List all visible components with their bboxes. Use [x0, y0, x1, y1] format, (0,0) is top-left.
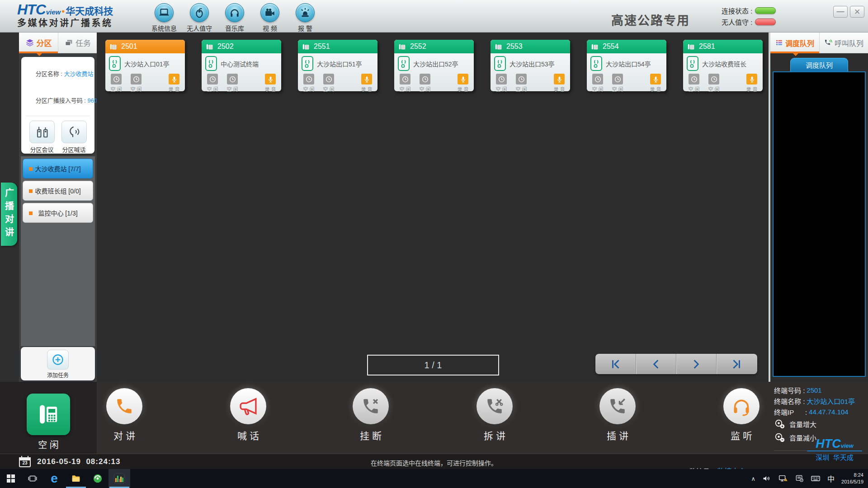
- microphone-icon: [361, 74, 372, 84]
- minimize-button[interactable]: —: [833, 6, 848, 18]
- intercom-app-taskbar-button[interactable]: [108, 469, 130, 488]
- connection-state-indicator: [755, 7, 776, 14]
- terminal-header: 2553: [491, 40, 570, 53]
- talk-button[interactable]: 对 讲: [88, 388, 160, 442]
- system-info-button[interactable]: 系统信息: [146, 2, 182, 33]
- group-item-dasha-toll[interactable]: 大沙收费站 [7/7]: [23, 159, 93, 178]
- split-call-button[interactable]: 拆 讲: [458, 388, 531, 442]
- broadcast-intercom-vertical-tab[interactable]: 广播对讲: [1, 183, 17, 246]
- terminal-ip-value: 44.47.74.104: [809, 408, 849, 416]
- group-item-monitor-center[interactable]: 监控中心 [1/3]: [23, 203, 93, 223]
- volume-up-button[interactable]: 音量增大: [774, 417, 867, 431]
- clock-icon: [131, 74, 142, 84]
- tray-chevron-icon[interactable]: ∧: [751, 475, 756, 482]
- tab-dispatch-queue[interactable]: 调度队列: [770, 33, 819, 53]
- line-state-button[interactable]: [27, 394, 70, 435]
- group-item-toll-leader[interactable]: 收费班长组 [0/0]: [23, 181, 93, 201]
- phone-icon: [495, 43, 502, 51]
- add-task-button[interactable]: 添加任务: [21, 347, 95, 380]
- intercom-icon: [494, 56, 506, 71]
- terminal-name-label: 终端名称 :: [774, 396, 805, 406]
- alarm-icon: [296, 3, 315, 22]
- monitor-listen-button[interactable]: 监 听: [705, 388, 778, 442]
- unattended-state-indicator: [755, 19, 776, 25]
- terminal-card[interactable]: 2501 大沙站入口01亭 空 闲 空 闲 录 音: [105, 40, 185, 91]
- terminal-card[interactable]: 2551 大沙站出口51亭 空 闲 空 闲 录 音: [298, 40, 377, 91]
- terminal-card[interactable]: 2554 大沙站出口54亭 空 闲 空 闲 录 音: [587, 40, 666, 91]
- intercom-app-icon: [114, 473, 125, 484]
- desk-phone-icon: [37, 403, 60, 426]
- file-explorer-button[interactable]: [65, 469, 87, 488]
- group-list: 大沙收费站 [7/7] 收费班长组 [0/0] 监控中心 [1/3]: [21, 156, 95, 346]
- barge-in-button[interactable]: 插 讲: [581, 388, 654, 442]
- line-state-section: 空 闲: [0, 382, 97, 454]
- terminal-card[interactable]: 2553 大沙站出口53亭 空 闲 空 闲 录 音: [491, 40, 570, 91]
- clock-icon: [323, 74, 334, 84]
- start-button[interactable]: [0, 469, 22, 488]
- computer-icon: [155, 3, 174, 22]
- pagination-nav: [595, 354, 757, 374]
- edition-label: 高速公路专用: [611, 11, 690, 28]
- chevron-left-icon: [650, 358, 662, 370]
- browser-360-button[interactable]: [87, 469, 108, 488]
- connection-state-label: 连接状态 :: [722, 6, 752, 15]
- headphone-icon: [225, 3, 244, 22]
- zone-name-label: 分区名称 :: [36, 70, 64, 77]
- close-button[interactable]: ✕: [850, 6, 864, 18]
- next-page-button[interactable]: [676, 354, 716, 374]
- zone-name-value[interactable]: 大沙收费站: [64, 70, 94, 77]
- handset-icon: [106, 388, 142, 424]
- phone-signal-icon: [824, 39, 832, 47]
- hangup-button[interactable]: 挂 断: [335, 388, 407, 442]
- terminal-card[interactable]: 2502 中心测试终端 空 闲 空 闲 录 音: [202, 40, 281, 91]
- zone-conference-button[interactable]: 分区会议: [26, 121, 58, 154]
- intercom-icon: [590, 56, 602, 71]
- network-warning-icon[interactable]: [778, 474, 788, 483]
- shout-button[interactable]: 喊 话: [212, 388, 284, 442]
- unattended-button[interactable]: 无人值守: [182, 2, 217, 33]
- terminal-header: 2502: [202, 40, 281, 53]
- tab-tasks[interactable]: 任务: [58, 33, 97, 53]
- microphone-icon: [650, 74, 661, 84]
- terminal-ip-label: 终端IP :: [774, 407, 807, 417]
- prev-page-button[interactable]: [636, 354, 676, 374]
- logo-htc-text: HTC: [17, 2, 46, 17]
- terminal-card[interactable]: 2581 大沙站收费班长 空 闲 空 闲 录 音: [683, 40, 763, 91]
- first-page-button[interactable]: [595, 354, 636, 374]
- clock-icon: [227, 74, 238, 84]
- action-center-icon[interactable]: [795, 474, 804, 483]
- app-logo: HTC view • 华天成科技 多媒体对讲广播系统: [17, 2, 113, 28]
- alarm-button[interactable]: 报 警: [288, 2, 323, 33]
- clock-icon: [689, 74, 699, 84]
- intercom-icon: [205, 56, 217, 71]
- unattended-state-label: 无人值守 :: [722, 17, 752, 27]
- zone-shout-button[interactable]: 分区喊话: [58, 121, 90, 154]
- terminal-number-value: 2501: [807, 386, 821, 394]
- video-camera-icon: [260, 3, 279, 22]
- logo-dot: •: [61, 7, 65, 16]
- last-page-button[interactable]: [716, 354, 756, 374]
- edge-browser-button[interactable]: e: [43, 469, 65, 488]
- app-header: HTC view • 华天成科技 多媒体对讲广播系统 系统信息 无人值守 音乐库…: [0, 0, 868, 33]
- bullet-icon: [29, 167, 33, 171]
- touch-keyboard-icon[interactable]: [811, 474, 821, 483]
- system-datetime: 2016-05-19 08:24:13: [37, 457, 120, 466]
- ime-indicator[interactable]: 中: [827, 473, 835, 484]
- speaker-icon[interactable]: [762, 474, 771, 483]
- tab-call-queue[interactable]: 呼叫队列: [819, 33, 868, 53]
- phone-icon: [109, 43, 117, 51]
- taskbar-clock[interactable]: 8:24 2016/5/19: [841, 472, 863, 485]
- video-button[interactable]: 视 频: [252, 2, 288, 33]
- music-library-button[interactable]: 音乐库: [217, 2, 252, 33]
- dispatch-queue-list[interactable]: [773, 71, 866, 377]
- volume-up-icon: [774, 418, 786, 430]
- terminal-header-busy: 2501: [105, 40, 185, 53]
- microphone-icon: [746, 74, 757, 84]
- tab-zones[interactable]: 分区: [19, 33, 58, 53]
- dispatch-queue-subtab[interactable]: 调度队列: [790, 58, 848, 71]
- task-view-button[interactable]: [22, 469, 43, 488]
- chevron-right-icon: [690, 358, 702, 370]
- call-control-bar: 空 闲 对 讲 喊 话 挂 断 拆 讲 插 讲 监 听: [0, 382, 868, 454]
- terminal-card[interactable]: 2552 大沙站出口52亭 空 闲 空 闲 录 音: [394, 40, 474, 91]
- microphone-icon: [554, 74, 565, 84]
